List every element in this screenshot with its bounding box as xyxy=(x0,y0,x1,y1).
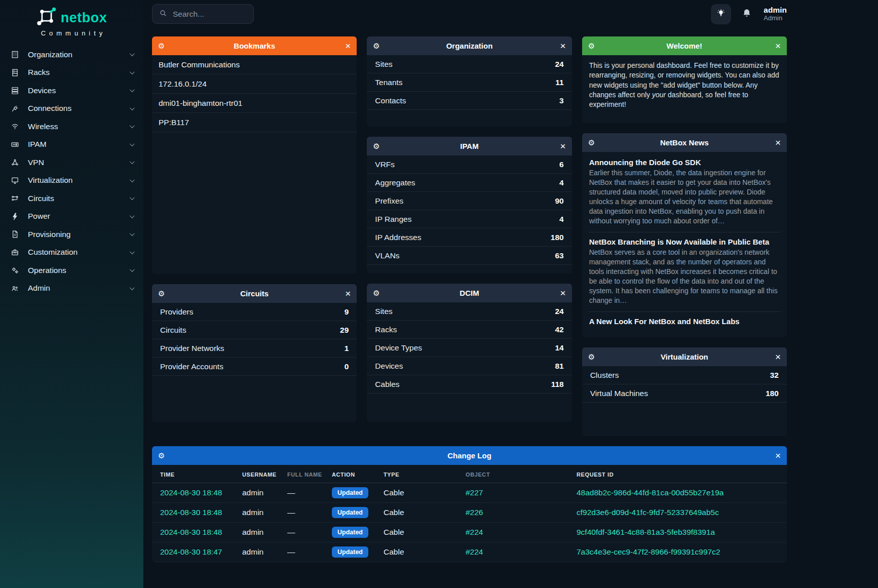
column-header-time[interactable]: TIME xyxy=(152,465,238,483)
gear-icon[interactable]: ⚙ xyxy=(588,352,601,362)
stat-row[interactable]: Aggregates 4 xyxy=(367,174,571,192)
close-icon[interactable]: × xyxy=(768,451,781,460)
gear-icon[interactable]: ⚙ xyxy=(588,138,601,147)
column-header-action[interactable]: ACTION xyxy=(328,465,379,483)
stat-row[interactable]: Device Types 14 xyxy=(367,339,571,357)
stat-row[interactable]: Sites 24 xyxy=(367,302,571,321)
object-link[interactable]: #227 xyxy=(466,488,483,497)
time-link[interactable]: 2024-08-30 18:48 xyxy=(160,508,222,517)
request-id-link[interactable]: 7a3c4e3e-cec9-47f2-8966-f99391c997c2 xyxy=(577,547,720,556)
sidebar-item-power[interactable]: Power xyxy=(0,208,143,226)
stat-label: Provider Accounts xyxy=(160,362,223,371)
building-icon xyxy=(9,50,20,59)
stat-row[interactable]: VLANs 63 xyxy=(367,247,571,265)
gear-icon[interactable]: ⚙ xyxy=(373,142,386,151)
news-article-title[interactable]: NetBox Branching is Now Available in Pub… xyxy=(589,238,780,246)
search-box[interactable] xyxy=(152,4,254,24)
organization-widget: ⚙ Organization × Sites 24 Tenants 11 Con… xyxy=(367,36,571,127)
stat-row[interactable]: Sites 24 xyxy=(367,55,571,73)
stat-value: 3 xyxy=(559,96,564,105)
sidebar-item-circuits[interactable]: Circuits xyxy=(0,189,143,208)
sidebar-item-virtualization[interactable]: Virtualization xyxy=(0,172,143,190)
sidebar-item-vpn[interactable]: VPN xyxy=(0,153,143,172)
column-header-full-name[interactable]: FULL NAME xyxy=(283,465,328,483)
stat-row[interactable]: Providers 9 xyxy=(152,303,357,321)
stat-row[interactable]: Tenants 11 xyxy=(367,73,571,92)
gear-icon[interactable]: ⚙ xyxy=(373,42,386,51)
user-name: admin xyxy=(764,6,787,15)
close-icon[interactable]: × xyxy=(768,138,781,147)
theme-toggle-button[interactable] xyxy=(711,4,731,24)
widget-title: Welcome! xyxy=(601,42,768,50)
request-id-link[interactable]: 48ad8b2c-986d-44fd-81ca-00d55b27e19a xyxy=(577,488,723,497)
sidebar-item-racks[interactable]: Racks xyxy=(0,64,143,82)
column-header-username[interactable]: USERNAME xyxy=(238,465,283,483)
close-icon[interactable]: × xyxy=(337,41,351,51)
widget-title: Organization xyxy=(386,42,552,50)
bookmarks-widget: ⚙ Bookmarks × Butler Communications 172.… xyxy=(152,36,357,274)
object-link[interactable]: #224 xyxy=(466,547,483,556)
sidebar-item-customization[interactable]: Customization xyxy=(0,244,143,262)
stat-row[interactable]: Clusters 32 xyxy=(582,366,787,384)
sidebar-item-provisioning[interactable]: Provisioning xyxy=(0,225,143,244)
search-input[interactable] xyxy=(173,10,244,19)
welcome-widget: ⚙ Welcome! × This is your personal dashb… xyxy=(582,36,787,123)
gear-icon[interactable]: ⚙ xyxy=(588,42,601,51)
stat-row[interactable]: Devices 81 xyxy=(367,357,571,375)
close-icon[interactable]: × xyxy=(553,141,566,151)
table-row: 2024-08-30 18:48 admin — Updated Cable #… xyxy=(152,503,787,523)
bookmark-item[interactable]: 172.16.0.1/24 xyxy=(152,74,357,94)
sidebar-item-connections[interactable]: Connections xyxy=(0,100,143,118)
sidebar-item-operations[interactable]: Operations xyxy=(0,261,143,280)
bookmark-item[interactable]: PP:B117 xyxy=(152,113,357,132)
request-id-link[interactable]: 9cf40fdf-3461-4c88-81a3-5feb39f8391a xyxy=(577,528,715,536)
stat-row[interactable]: Circuits 29 xyxy=(152,321,357,339)
close-icon[interactable]: × xyxy=(337,289,351,298)
bookmark-item[interactable]: Butler Communications xyxy=(152,55,357,74)
request-id-link[interactable]: cf92d3e6-d09d-41fc-9fd7-52337649ab5c xyxy=(577,508,719,517)
brand[interactable]: netbox Community xyxy=(0,5,143,37)
close-icon[interactable]: × xyxy=(553,288,566,298)
bookmark-item[interactable]: dmi01-binghamton-rtr01 xyxy=(152,94,357,113)
sidebar-item-devices[interactable]: Devices xyxy=(0,82,143,100)
column-header-type[interactable]: TYPE xyxy=(379,465,462,483)
gear-icon[interactable]: ⚙ xyxy=(373,289,386,298)
stat-row[interactable]: Cables 118 xyxy=(367,375,571,394)
sidebar-item-organization[interactable]: Organization xyxy=(0,46,143,64)
bookmarks-widget-header: ⚙ Bookmarks × xyxy=(152,36,357,55)
notifications-button[interactable] xyxy=(740,4,754,24)
column-header-request-id[interactable]: REQUEST ID xyxy=(572,465,787,483)
close-icon[interactable]: × xyxy=(768,41,781,51)
stat-value: 4 xyxy=(559,178,564,187)
sidebar-item-wireless[interactable]: Wireless xyxy=(0,117,143,136)
close-icon[interactable]: × xyxy=(553,41,566,51)
gear-icon[interactable]: ⚙ xyxy=(158,289,171,298)
sidebar-menu: Organization Racks Devices Connections xyxy=(0,46,143,297)
stat-row[interactable]: IP Addresses 180 xyxy=(367,228,571,247)
gear-icon[interactable]: ⚙ xyxy=(158,42,171,51)
news-article-title[interactable]: Announcing the Diode Go SDK xyxy=(589,158,780,167)
object-link[interactable]: #226 xyxy=(466,508,483,517)
stat-row[interactable]: Provider Networks 1 xyxy=(152,339,357,358)
time-link[interactable]: 2024-08-30 18:48 xyxy=(160,488,222,497)
stat-row[interactable]: Contacts 3 xyxy=(367,92,571,110)
stat-value: 14 xyxy=(555,343,563,352)
news-article-title[interactable]: A New Look For NetBox and NetBox Labs xyxy=(589,317,780,326)
stat-row[interactable]: Racks 42 xyxy=(367,321,571,339)
time-link[interactable]: 2024-08-30 18:47 xyxy=(160,547,222,556)
gear-icon[interactable]: ⚙ xyxy=(158,451,171,460)
stat-label: VRFs xyxy=(375,160,395,169)
stat-row[interactable]: Virtual Machines 180 xyxy=(582,384,787,403)
stat-row[interactable]: IP Ranges 4 xyxy=(367,210,571,228)
column-header-object[interactable]: OBJECT xyxy=(462,465,572,483)
stat-row[interactable]: Provider Accounts 0 xyxy=(152,358,357,376)
news-widget-header: ⚙ NetBox News × xyxy=(582,133,787,152)
stat-row[interactable]: Prefixes 90 xyxy=(367,192,571,210)
stat-row[interactable]: VRFs 6 xyxy=(367,155,571,174)
time-link[interactable]: 2024-08-30 18:48 xyxy=(160,528,222,536)
close-icon[interactable]: × xyxy=(768,352,781,362)
object-link[interactable]: #224 xyxy=(466,528,483,536)
sidebar-item-ipam[interactable]: IPAM xyxy=(0,136,143,154)
user-menu[interactable]: admin Admin xyxy=(764,6,787,22)
sidebar-item-admin[interactable]: Admin xyxy=(0,280,143,298)
